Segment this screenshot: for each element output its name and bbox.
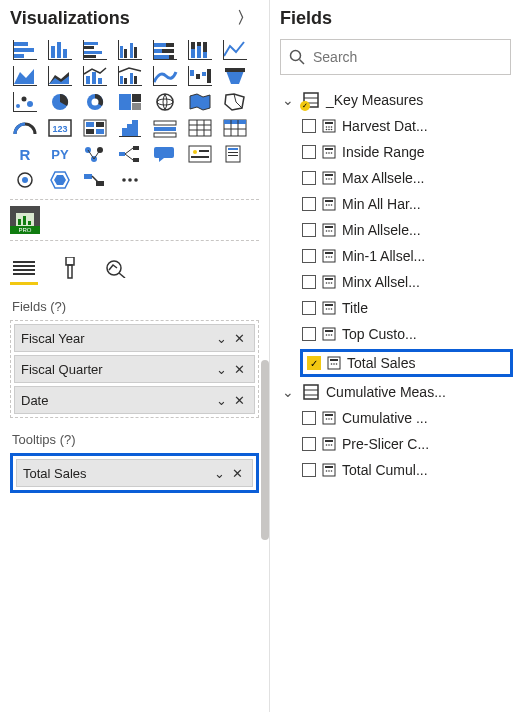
collapse-pane-icon[interactable]: 〉 xyxy=(231,8,259,29)
checkbox[interactable] xyxy=(302,411,316,425)
checkbox[interactable] xyxy=(302,249,316,263)
chevron-down-icon[interactable]: ⌄ xyxy=(212,362,230,377)
search-box[interactable] xyxy=(280,39,511,75)
viz-waterfall-icon[interactable] xyxy=(185,65,215,87)
svg-rect-156 xyxy=(325,148,333,150)
viz-100-stacked-column-icon[interactable] xyxy=(185,39,215,61)
field-well-item[interactable]: Fiscal Quarter ⌄ ✕ xyxy=(14,355,255,383)
field-item[interactable]: Total Cumul... xyxy=(300,457,517,483)
svg-rect-204 xyxy=(325,414,333,416)
checkbox[interactable] xyxy=(302,463,316,477)
remove-icon[interactable]: ✕ xyxy=(230,331,248,346)
svg-rect-53 xyxy=(124,78,127,84)
viz-py-icon[interactable]: PY xyxy=(45,143,75,165)
viz-pie-icon[interactable] xyxy=(45,91,75,113)
checkbox[interactable] xyxy=(302,197,316,211)
viz-clustered-bar-icon[interactable] xyxy=(80,39,110,61)
viz-qa-icon[interactable] xyxy=(150,143,180,165)
viz-key-influencers-icon[interactable] xyxy=(80,143,110,165)
checkbox[interactable] xyxy=(302,275,316,289)
viz-matrix-icon[interactable] xyxy=(220,117,250,139)
field-item[interactable]: Inside Range xyxy=(300,139,517,165)
search-input[interactable] xyxy=(313,49,502,65)
viz-line-stacked-icon[interactable] xyxy=(80,65,110,87)
viz-r-icon[interactable]: R xyxy=(10,143,40,165)
custom-visual-pro-icon[interactable]: PRO xyxy=(10,206,40,234)
viz-more-icon[interactable] xyxy=(115,169,145,191)
viz-line-icon[interactable] xyxy=(220,39,250,61)
table-group[interactable]: ⌄ ✓ _Key Measures xyxy=(280,87,517,113)
checkbox[interactable] xyxy=(302,119,316,133)
viz-funnel-icon[interactable] xyxy=(220,65,250,87)
viz-slicer-icon[interactable] xyxy=(150,117,180,139)
svg-rect-190 xyxy=(323,328,335,340)
checkbox[interactable] xyxy=(302,145,316,159)
field-item[interactable]: Min-1 Allsel... xyxy=(300,243,517,269)
field-well-item[interactable]: Date ⌄ ✕ xyxy=(14,386,255,414)
field-item[interactable]: Top Custo... xyxy=(300,321,517,347)
viz-kpi-icon[interactable] xyxy=(115,117,145,139)
svg-rect-200 xyxy=(304,385,318,399)
checkbox[interactable] xyxy=(302,223,316,237)
viz-treemap-icon[interactable] xyxy=(115,91,145,113)
svg-rect-39 xyxy=(223,59,247,60)
format-tab-icon[interactable] xyxy=(56,253,84,285)
viz-narrative-icon[interactable] xyxy=(185,143,215,165)
chevron-down-icon[interactable]: ⌄ xyxy=(210,466,228,481)
field-well-item[interactable]: Fiscal Year ⌄ ✕ xyxy=(14,324,255,352)
tooltip-well-item[interactable]: Total Sales ⌄ ✕ xyxy=(16,459,253,487)
field-label: Pre-Slicer C... xyxy=(342,436,429,452)
viz-stacked-column-icon[interactable] xyxy=(45,39,75,61)
field-item[interactable]: Min All Har... xyxy=(300,191,517,217)
remove-icon[interactable]: ✕ xyxy=(230,362,248,377)
remove-icon[interactable]: ✕ xyxy=(228,466,246,481)
field-item[interactable]: Harvest Dat... xyxy=(300,113,517,139)
chevron-down-icon[interactable]: ⌄ xyxy=(212,331,230,346)
checkbox[interactable] xyxy=(302,301,316,315)
analytics-tab-icon[interactable] xyxy=(102,253,130,285)
checkbox[interactable] xyxy=(302,437,316,451)
remove-icon[interactable]: ✕ xyxy=(230,393,248,408)
viz-ribbon-icon[interactable] xyxy=(150,65,180,87)
field-item[interactable]: Minx Allsel... xyxy=(300,269,517,295)
viz-stacked-area-icon[interactable] xyxy=(45,65,75,87)
viz-line-clustered-icon[interactable] xyxy=(115,65,145,87)
checkbox[interactable] xyxy=(302,171,316,185)
checkbox[interactable] xyxy=(302,327,316,341)
viz-paginated-icon[interactable] xyxy=(220,143,250,165)
table-group[interactable]: ⌄ Cumulative Meas... xyxy=(280,379,517,405)
scrollbar-thumb[interactable] xyxy=(261,360,269,540)
viz-table-icon[interactable] xyxy=(185,117,215,139)
chevron-down-icon[interactable]: ⌄ xyxy=(212,393,230,408)
collapse-icon[interactable]: ⌄ xyxy=(282,92,296,108)
viz-powerapps-icon[interactable] xyxy=(45,169,75,191)
field-item[interactable]: Cumulative ... xyxy=(300,405,517,431)
viz-100-stacked-bar-icon[interactable] xyxy=(150,39,180,61)
viz-decomp-tree-icon[interactable] xyxy=(115,143,145,165)
svg-rect-138 xyxy=(66,257,74,265)
viz-automate-icon[interactable] xyxy=(80,169,110,191)
viz-shape-map-icon[interactable] xyxy=(220,91,250,113)
field-item[interactable]: Title xyxy=(300,295,517,321)
svg-rect-110 xyxy=(133,158,139,162)
fields-tab-icon[interactable] xyxy=(10,253,38,285)
viz-clustered-column-icon[interactable] xyxy=(115,39,145,61)
svg-rect-33 xyxy=(197,46,201,58)
field-label: Total Sales xyxy=(347,355,415,371)
viz-map-icon[interactable] xyxy=(150,91,180,113)
viz-scatter-icon[interactable] xyxy=(10,91,40,113)
checkbox-checked[interactable]: ✓ xyxy=(307,356,321,370)
viz-multi-card-icon[interactable] xyxy=(80,117,110,139)
viz-arcgis-icon[interactable] xyxy=(10,169,40,191)
viz-donut-icon[interactable] xyxy=(80,91,110,113)
viz-filled-map-icon[interactable] xyxy=(185,91,215,113)
viz-stacked-bar-icon[interactable] xyxy=(10,39,40,61)
field-item[interactable]: Pre-Slicer C... xyxy=(300,431,517,457)
viz-area-icon[interactable] xyxy=(10,65,40,87)
field-item[interactable]: Min Allsele... xyxy=(300,217,517,243)
collapse-icon[interactable]: ⌄ xyxy=(282,384,296,400)
viz-card-icon[interactable]: 123 xyxy=(45,117,75,139)
field-item-highlighted[interactable]: ✓Total Sales xyxy=(300,349,513,377)
field-item[interactable]: Max Allsele... xyxy=(300,165,517,191)
viz-gauge-icon[interactable] xyxy=(10,117,40,139)
